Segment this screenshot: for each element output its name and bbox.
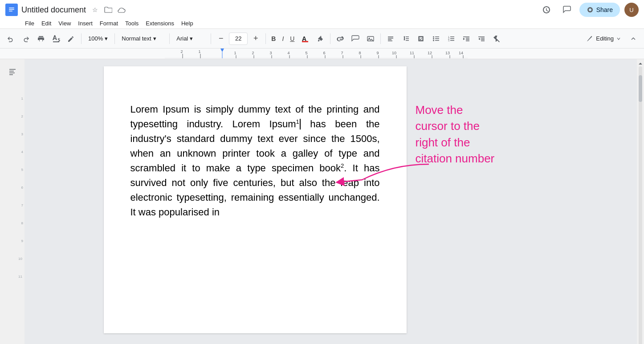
undo-button[interactable] [4,32,18,46]
star-icon[interactable]: ☆ [90,4,100,15]
svg-text:10: 10 [392,51,396,55]
numbered-list-button[interactable]: 1.2.3. [444,32,458,46]
checklist-button[interactable] [414,32,428,46]
menu-tools[interactable]: Tools [122,19,142,28]
svg-text:2: 2 [252,51,254,55]
line-spacing-button[interactable] [399,32,413,46]
svg-rect-19 [450,38,454,39]
text-cursor [300,119,301,130]
divider-1 [81,33,82,44]
link-button[interactable] [333,32,347,46]
outline-icon[interactable] [5,65,20,79]
font-size-input[interactable] [229,32,248,45]
svg-rect-60 [9,74,13,75]
annotation-arrow [326,160,433,186]
citation-1: 1 [296,118,299,125]
svg-rect-13 [435,38,439,39]
comment-button[interactable] [348,32,363,46]
paint-format-button[interactable] [64,32,78,46]
svg-text:2: 2 [21,114,24,118]
divider-7 [380,33,381,44]
font-select[interactable]: Arial ▾ [172,32,208,46]
svg-rect-17 [450,36,454,37]
svg-rect-21 [450,40,454,41]
svg-point-12 [433,38,434,39]
svg-text:4: 4 [21,150,24,154]
bullets-button[interactable] [429,32,443,46]
text-color-button[interactable]: A [298,32,312,46]
svg-text:1: 1 [21,97,24,101]
menu-format[interactable]: Format [96,19,122,28]
svg-text:1: 1 [198,49,200,54]
avatar[interactable]: U [624,3,639,17]
document-page: Lorem Ipsum is simply dummy text of the … [104,66,407,333]
increase-font-button[interactable]: + [249,32,263,46]
align-button[interactable] [383,32,398,46]
spellcheck-button[interactable] [49,32,63,46]
svg-rect-1 [9,8,14,8]
svg-text:7: 7 [21,203,24,207]
svg-text:8: 8 [359,51,361,55]
divider-2 [114,33,115,44]
zoom-select[interactable]: 100% ▾ [84,32,112,46]
svg-point-10 [433,36,434,37]
decrease-indent-button[interactable] [459,32,473,46]
left-sidebar: 1 2 3 4 5 6 7 8 9 10 11 [0,59,24,344]
right-scrollbar[interactable] [637,59,644,344]
svg-text:11: 11 [410,51,414,55]
increase-indent-button[interactable] [474,32,489,46]
history-icon[interactable] [538,2,554,18]
print-button[interactable] [34,32,48,46]
svg-rect-11 [435,36,439,37]
menu-extensions[interactable]: Extensions [142,19,178,28]
folder-icon[interactable] [103,4,114,15]
image-button[interactable] [363,32,378,46]
ruler: 2 1 1 2 3 4 5 6 7 8 9 10 [0,49,644,59]
svg-text:3.: 3. [448,39,450,41]
svg-rect-2 [9,9,14,10]
highlight-button[interactable] [313,32,327,46]
collapse-toolbar-button[interactable] [626,32,640,46]
svg-text:11: 11 [18,275,22,279]
share-label: Share [596,6,613,13]
main-area: 1 2 3 4 5 6 7 8 9 10 11 [0,59,644,344]
clear-formatting-button[interactable] [489,32,504,46]
svg-text:6: 6 [21,186,24,190]
annotation-line-3: right of the [416,134,549,150]
cloud-icon[interactable] [116,4,127,15]
svg-rect-3 [9,11,12,12]
editing-mode-selector[interactable]: Editing [583,35,624,42]
menu-help[interactable]: Help [178,19,197,28]
svg-text:12: 12 [428,51,432,55]
svg-text:13: 13 [445,51,450,55]
comments-icon[interactable] [559,2,575,18]
svg-text:5: 5 [21,168,24,172]
title-bar: Untitled document ☆ [0,0,644,29]
menu-insert[interactable]: Insert [74,19,96,28]
divider-6 [330,33,330,44]
underline-button[interactable]: U [287,32,297,46]
share-button[interactable]: Share [579,3,620,17]
redo-button[interactable] [19,32,33,46]
annotation-line-2: cursor to the [416,118,549,134]
document-title[interactable]: Untitled document [21,5,86,15]
style-select[interactable]: Normal text ▾ [118,32,167,46]
editing-mode-label: Editing [596,35,614,42]
svg-text:14: 14 [459,51,463,55]
menu-file[interactable]: File [21,19,38,28]
annotation-line-4: citation number [416,150,549,166]
italic-button[interactable]: I [279,32,286,46]
document-area[interactable]: Lorem Ipsum is simply dummy text of the … [24,59,637,344]
menu-edit[interactable]: Edit [38,19,55,28]
menu-view[interactable]: View [55,19,74,28]
svg-rect-7 [302,41,308,42]
svg-text:7: 7 [341,51,343,55]
docs-app-icon [5,4,18,16]
svg-rect-5 [589,8,591,11]
decrease-font-button[interactable]: − [214,32,228,46]
header-right: Share U [538,2,639,18]
svg-text:3: 3 [21,132,24,136]
bold-button[interactable]: B [269,32,278,46]
svg-text:10: 10 [18,257,22,261]
svg-rect-57 [9,69,16,70]
